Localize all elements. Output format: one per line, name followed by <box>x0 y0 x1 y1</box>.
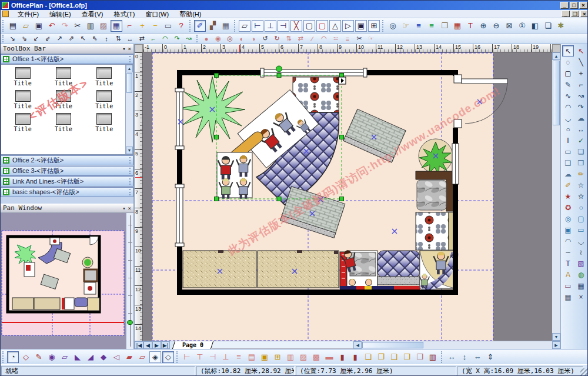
fill-box-icon[interactable]: ▣ <box>355 20 367 32</box>
scroll-left-button[interactable]: ◀ <box>353 341 362 349</box>
combine-icon[interactable]: ◎ <box>225 34 235 44</box>
flip-tl-icon[interactable]: ◣ <box>72 351 83 363</box>
dist-cols-icon[interactable]: ▨ <box>298 351 309 363</box>
child-minimize-button[interactable]: _ <box>562 11 570 17</box>
document-icon[interactable] <box>2 11 9 17</box>
bring-forward-icon[interactable]: ❑ <box>388 351 400 363</box>
dist-rows-icon[interactable]: ▥ <box>285 351 296 363</box>
menu-4[interactable]: 窗口(W) <box>140 10 174 18</box>
same-height-icon[interactable]: ⊞ <box>272 351 283 363</box>
rotate-right-icon[interactable]: ↻ <box>272 34 282 44</box>
line-icon[interactable]: ╲ <box>575 56 587 68</box>
union-2-icon[interactable]: ◉ <box>213 34 223 44</box>
bar-icon[interactable]: ▭ <box>575 224 587 235</box>
flip-horizontal-icon[interactable]: ⇄ <box>295 34 306 44</box>
toolbox-section-2[interactable]: Office 3-<评估版> <box>1 166 133 176</box>
scroll-down-button[interactable]: ▼ <box>552 333 560 341</box>
star-2-icon[interactable]: ✫ <box>575 191 587 202</box>
space-v-icon[interactable]: ↕ <box>459 351 470 363</box>
glue-corner-icon[interactable]: ⊥ <box>265 20 276 32</box>
text-style-icon[interactable]: T <box>465 20 476 32</box>
card-icon[interactable]: ❏ <box>575 146 587 157</box>
snap-bounds-icon[interactable]: ▱ <box>239 20 250 32</box>
corner-workstation[interactable] <box>340 249 455 291</box>
cross-icon[interactable]: + <box>575 68 587 79</box>
arc-edit-icon[interactable]: ◠ <box>319 34 329 44</box>
flip-vertical-icon[interactable]: ⇅ <box>283 34 294 44</box>
properties-icon[interactable]: ❐ <box>439 20 450 32</box>
arc-up-icon[interactable]: ◠ <box>562 101 574 112</box>
cloud-2-icon[interactable]: ☁ <box>562 168 574 179</box>
scroll-right-button[interactable]: ▶ <box>552 341 560 349</box>
fragment-2-icon[interactable]: ▱ <box>136 351 148 363</box>
play-shape-icon[interactable]: ▷ <box>342 20 354 32</box>
new-icon[interactable]: ▤ <box>7 20 19 32</box>
unlock-icon[interactable]: ◇ <box>162 351 174 363</box>
orbit-icon[interactable]: ◉ <box>46 351 58 363</box>
zoom-custom-icon[interactable]: ✱ <box>555 20 567 32</box>
align-bottom-icon[interactable]: ⊥ <box>220 351 232 363</box>
insert-picture-icon[interactable]: ▦ <box>111 20 122 32</box>
toolbar-grip[interactable] <box>382 20 385 32</box>
armchair-marble[interactable] <box>416 171 455 211</box>
star-icon[interactable]: ☆ <box>575 179 587 191</box>
maximize-button[interactable]: □ <box>570 2 578 9</box>
stencil-item-5[interactable]: Title <box>84 90 125 109</box>
ellipse-icon[interactable]: ○ <box>562 124 574 135</box>
lasso-icon[interactable]: ◌ <box>562 56 574 68</box>
align-middle-icon[interactable]: ≡ <box>233 351 245 363</box>
ibeam-icon[interactable]: I <box>562 135 574 146</box>
copy-icon[interactable]: ▥ <box>85 20 96 32</box>
intersect-icon[interactable]: ◑ <box>248 34 259 44</box>
distribute-v-icon[interactable]: ≡ <box>342 34 353 44</box>
pencil-edit-icon[interactable]: ✐ <box>562 179 574 191</box>
grid-icon[interactable]: ▦ <box>220 20 232 32</box>
vertical-ruler[interactable]: 01234567891011121314 <box>135 52 143 341</box>
menu-5[interactable]: 帮助(H) <box>174 10 206 18</box>
union-icon[interactable]: ● <box>201 34 212 44</box>
draw-mode-icon[interactable]: ✐ <box>194 20 206 32</box>
help-icon[interactable]: ? <box>175 20 187 32</box>
size-v-icon[interactable]: ⇕ <box>485 351 496 363</box>
trim-icon[interactable]: ✂ <box>354 34 365 44</box>
zoom-out-icon[interactable]: ⊖ <box>490 20 502 32</box>
title-bar[interactable]: OfficePlan - [Office1.ofp] _ □ × <box>1 1 588 10</box>
pan-zoom-slider[interactable] <box>126 213 133 349</box>
connector-1-icon[interactable]: ↘ <box>7 34 18 44</box>
zoom-in-icon[interactable]: ⊕ <box>477 20 489 32</box>
stencil-item-3[interactable]: Title <box>2 90 43 109</box>
selection-handle[interactable] <box>340 74 344 78</box>
window-left-2[interactable] <box>175 184 184 247</box>
align-top-icon[interactable]: ▤ <box>246 351 258 363</box>
connector-4-icon[interactable]: ⇙ <box>42 34 53 44</box>
connector-11-icon[interactable]: ↔ <box>125 34 135 44</box>
save-icon[interactable]: ▣ <box>33 20 45 32</box>
vertical-scrollbar[interactable]: ▲ ▼ <box>552 52 560 341</box>
table-red-icon[interactable]: ▦ <box>452 20 463 32</box>
selection-handle[interactable] <box>340 135 344 139</box>
plus-box-icon[interactable]: ⊞ <box>368 20 380 32</box>
toolbox-scrollbar[interactable]: ▲▼ <box>125 65 133 154</box>
connector-9-icon[interactable]: ↕ <box>101 34 112 44</box>
pan-window-minimap[interactable] <box>1 213 133 349</box>
table-icon[interactable]: ▦ <box>562 291 574 302</box>
zoom-100-icon[interactable]: ① <box>516 20 528 32</box>
text-icon[interactable]: T <box>562 258 574 269</box>
arc-3-icon[interactable]: ◠ <box>562 235 574 247</box>
triangle-tool-icon[interactable]: △ <box>329 20 341 32</box>
stencil-item-0[interactable]: Title <box>2 67 43 86</box>
wave-icon[interactable]: ∼ <box>562 247 574 258</box>
connector-3-icon[interactable]: ↙ <box>31 34 41 44</box>
horizontal-scrollbar[interactable]: ◀ ▶ <box>353 341 560 349</box>
align-right-icon[interactable]: ⊣ <box>207 351 219 363</box>
connector-12-icon[interactable]: ⇄ <box>136 34 147 44</box>
arc-down-icon[interactable]: ◡ <box>562 112 574 124</box>
connector-8-icon[interactable]: ⇖ <box>89 34 100 44</box>
subtract-icon[interactable]: ◐ <box>236 34 247 44</box>
star-red-icon[interactable]: ★ <box>562 191 574 202</box>
connector-2-icon[interactable]: ⇘ <box>19 34 29 44</box>
add-shape-icon[interactable]: + <box>136 20 148 32</box>
arc-4-icon[interactable]: ◡ <box>575 235 587 247</box>
spacing-icon[interactable]: ↔ <box>575 124 587 135</box>
toolbar-grip[interactable] <box>2 35 5 43</box>
